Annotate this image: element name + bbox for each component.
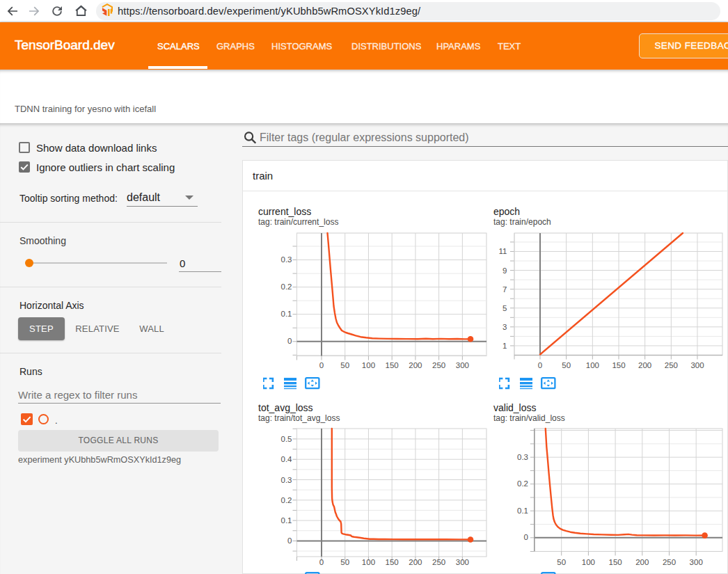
svg-text:0.3: 0.3 — [281, 476, 292, 484]
svg-text:250: 250 — [432, 361, 445, 369]
svg-text:0: 0 — [524, 533, 528, 541]
svg-text:250: 250 — [432, 558, 445, 566]
svg-text:100: 100 — [586, 361, 599, 369]
svg-text:0.3: 0.3 — [517, 453, 528, 461]
svg-text:50: 50 — [340, 361, 349, 369]
svg-text:50: 50 — [557, 558, 566, 566]
svg-text:300: 300 — [456, 361, 469, 369]
svg-text:100: 100 — [362, 361, 375, 369]
svg-text:0: 0 — [538, 361, 542, 369]
svg-text:250: 250 — [665, 361, 678, 369]
svg-text:7: 7 — [503, 285, 507, 294]
svg-text:150: 150 — [386, 361, 399, 369]
svg-text:50: 50 — [562, 361, 571, 369]
svg-text:300: 300 — [456, 558, 469, 566]
svg-text:200: 200 — [409, 558, 422, 566]
svg-text:0: 0 — [287, 337, 292, 345]
svg-text:0.1: 0.1 — [517, 507, 528, 515]
svg-text:150: 150 — [609, 558, 622, 566]
svg-text:0.1: 0.1 — [281, 516, 292, 525]
svg-text:300: 300 — [690, 558, 703, 566]
svg-text:0.2: 0.2 — [281, 282, 292, 291]
svg-text:300: 300 — [690, 361, 704, 369]
svg-text:50: 50 — [340, 558, 349, 566]
svg-text:150: 150 — [612, 361, 625, 369]
svg-text:9: 9 — [503, 266, 507, 275]
svg-text:0: 0 — [319, 558, 324, 566]
svg-text:3: 3 — [503, 323, 507, 331]
svg-text:100: 100 — [582, 558, 595, 566]
svg-text:100: 100 — [362, 558, 375, 566]
svg-text:0: 0 — [287, 536, 292, 545]
svg-text:0.2: 0.2 — [281, 496, 292, 504]
svg-text:200: 200 — [638, 361, 651, 369]
svg-text:0.3: 0.3 — [281, 255, 292, 264]
svg-text:200: 200 — [409, 361, 422, 369]
svg-text:5: 5 — [503, 304, 507, 312]
svg-text:11: 11 — [499, 247, 507, 255]
svg-text:150: 150 — [386, 558, 399, 566]
svg-text:0.2: 0.2 — [517, 479, 528, 488]
svg-text:0.4: 0.4 — [281, 455, 293, 463]
svg-text:250: 250 — [663, 558, 676, 566]
svg-text:0.1: 0.1 — [281, 310, 292, 318]
svg-text:1: 1 — [503, 342, 507, 350]
svg-text:0.5: 0.5 — [281, 435, 292, 443]
svg-text:0: 0 — [319, 361, 324, 369]
svg-text:200: 200 — [635, 558, 649, 566]
